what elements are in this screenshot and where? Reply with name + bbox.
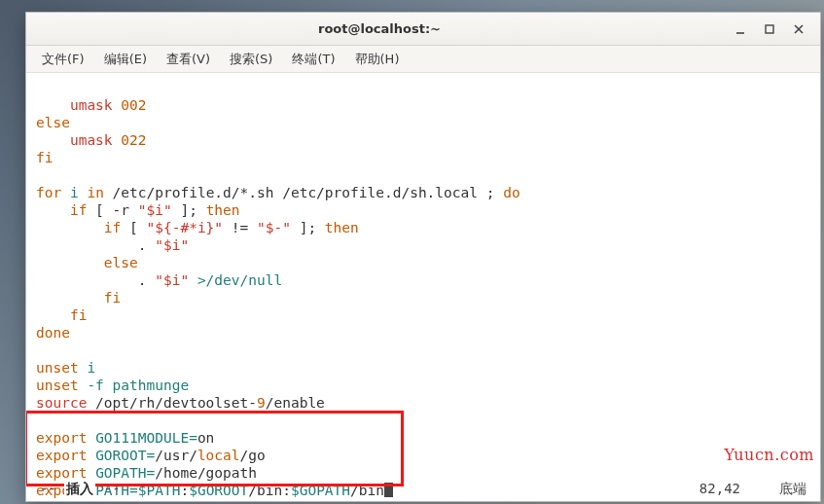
code-area: umask 002 else umask 022 fi for i in /et…: [36, 79, 520, 499]
svg-rect-1: [766, 25, 773, 33]
menu-help[interactable]: 帮助(H): [345, 48, 410, 71]
terminal-content[interactable]: umask 002 else umask 022 fi for i in /et…: [26, 73, 820, 501]
code-line: fi: [36, 307, 87, 323]
menu-search[interactable]: 搜索(S): [220, 48, 282, 71]
code-line: umask 002: [36, 97, 147, 113]
code-line: source /opt/rh/devtoolset-9/enable: [36, 395, 325, 411]
code-line: if [ "${-#*i}" != "$-" ]; then: [36, 220, 359, 235]
code-line: fi: [36, 150, 53, 165]
status-right: 82,42 底端: [699, 480, 806, 497]
code-line: if [ -r "$i" ]; then: [36, 202, 240, 218]
menu-terminal[interactable]: 终端(T): [282, 48, 344, 71]
menu-view[interactable]: 查看(V): [157, 48, 220, 71]
titlebar[interactable]: root@localhost:~: [26, 13, 820, 46]
status-left: -- 插入 --: [40, 480, 121, 497]
terminal-window: root@localhost:~ 文件(F) 编辑(E) 查看(V) 搜索(S)…: [25, 12, 821, 502]
menu-edit[interactable]: 编辑(E): [94, 48, 157, 71]
code-line: unset -f pathmunge: [36, 378, 189, 393]
code-line: . "$i" >/dev/null: [36, 272, 282, 288]
minimize-button[interactable]: [727, 18, 754, 40]
cursor-position: 82,42: [699, 480, 740, 497]
code-line: export GO111MODULE=on: [36, 430, 214, 446]
code-line: umask 022: [36, 132, 147, 148]
code-line: export GOROOT=/usr/local/go: [36, 448, 266, 463]
watermark: Yuucn.com: [725, 447, 814, 464]
desktop: root@localhost:~ 文件(F) 编辑(E) 查看(V) 搜索(S)…: [0, 0, 824, 504]
close-button[interactable]: [785, 18, 812, 40]
code-line: export GOPATH=/home/gopath: [36, 465, 257, 481]
code-line: for i in /etc/profile.d/*.sh /etc/profil…: [36, 185, 520, 200]
menubar: 文件(F) 编辑(E) 查看(V) 搜索(S) 终端(T) 帮助(H): [26, 46, 820, 73]
code-line: . "$i": [36, 237, 189, 253]
scroll-position: 底端: [779, 480, 806, 497]
minimize-icon: [734, 23, 746, 35]
vim-statusbar: -- 插入 -- 82,42 底端: [26, 480, 820, 501]
window-title: root@localhost:~: [34, 21, 725, 36]
menu-file[interactable]: 文件(F): [32, 48, 94, 71]
code-line: else: [36, 115, 70, 130]
code-line: done: [36, 325, 70, 341]
maximize-button[interactable]: [756, 18, 783, 40]
maximize-icon: [764, 23, 775, 35]
code-line: else: [36, 255, 138, 270]
code-line: unset i: [36, 360, 95, 376]
code-line: fi: [36, 290, 121, 306]
close-icon: [793, 23, 805, 35]
mode-label: 插入: [64, 481, 95, 496]
